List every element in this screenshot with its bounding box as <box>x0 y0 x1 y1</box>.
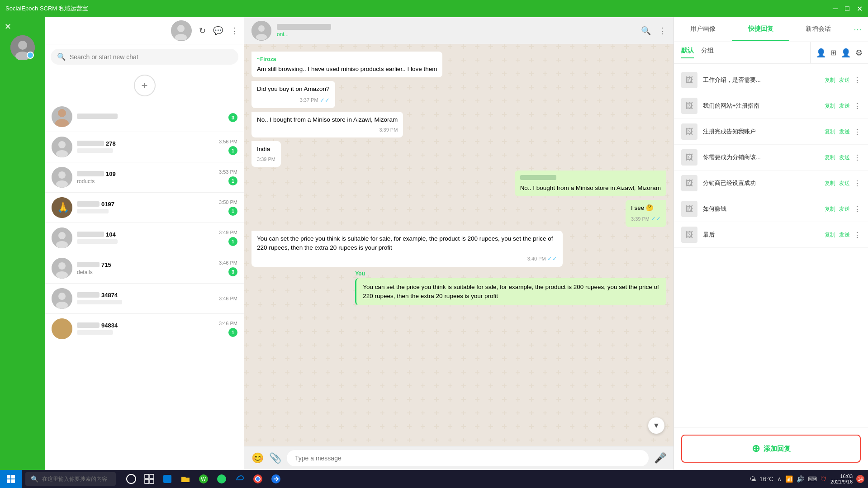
sub-tab-group[interactable]: 分组 <box>701 47 714 58</box>
taskbar-search[interactable]: 🔍 <box>25 472 116 486</box>
qr-more-icon[interactable]: ⋮ <box>854 231 861 239</box>
scroll-down-button[interactable]: ▼ <box>648 417 664 434</box>
chat-preview <box>77 148 214 154</box>
copy-button[interactable]: 复制 <box>825 102 835 110</box>
send-button[interactable]: 发送 <box>839 102 850 110</box>
more-icon[interactable]: ⋮ <box>230 26 238 36</box>
copy-button[interactable]: 复制 <box>825 76 835 84</box>
start-button[interactable] <box>0 470 22 488</box>
search-input[interactable] <box>70 53 232 61</box>
send-button[interactable]: 发送 <box>839 205 850 213</box>
sidebar-close-icon[interactable]: ✕ <box>5 22 11 32</box>
chat-meta: 3:56 PM 1 <box>219 139 237 155</box>
volume-icon[interactable]: 🔊 <box>797 475 804 483</box>
taskbar-app-blue[interactable] <box>159 471 175 487</box>
network-icon[interactable]: 📶 <box>785 475 793 483</box>
quick-reply-item[interactable]: 🖼 工作介绍，是否需要... 复制 发送 ⋮ <box>674 67 868 93</box>
chat-meta: 3:50 PM 1 <box>219 199 237 216</box>
send-button[interactable]: 发送 <box>839 180 850 187</box>
more-button[interactable]: ⋮ <box>658 26 666 36</box>
send-button[interactable]: 发送 <box>839 128 850 136</box>
taskbar-app-arrow[interactable] <box>268 471 284 487</box>
list-item[interactable]: 278 3:56 PM 1 <box>45 132 244 162</box>
chat-name <box>77 114 224 119</box>
taskbar-app-chrome[interactable] <box>250 471 266 487</box>
qr-more-icon[interactable]: ⋮ <box>854 76 861 85</box>
list-item[interactable]: 94834 3:46 PM 1 <box>45 314 244 344</box>
send-button[interactable]: 发送 <box>839 154 850 161</box>
add-chat-button[interactable]: + <box>134 75 156 96</box>
chevron-up-icon[interactable]: ∧ <box>777 475 782 483</box>
person-add-icon[interactable]: 👤 <box>841 48 851 58</box>
send-button[interactable]: 发送 <box>839 76 850 84</box>
quick-reply-item[interactable]: 🖼 如何赚钱 复制 发送 ⋮ <box>674 196 868 222</box>
user-profile-icon[interactable]: 👤 <box>816 48 826 58</box>
quick-reply-item[interactable]: 🖼 分销商已经设置成功 复制 发送 ⋮ <box>674 171 868 196</box>
qr-actions: 复制 发送 ⋮ <box>825 205 861 213</box>
close-button[interactable]: ✕ <box>857 5 863 13</box>
list-item[interactable]: 🙏 0197 3:50 PM 1 <box>45 193 244 223</box>
chat-icon[interactable]: 💬 <box>213 26 223 36</box>
qr-more-icon[interactable]: ⋮ <box>854 153 861 162</box>
search-bar[interactable]: 🔍 <box>51 49 238 65</box>
avatar <box>52 106 72 127</box>
attach-icon[interactable]: 📎 <box>269 452 281 464</box>
you-message-row: You You can set the price you think is s… <box>355 270 666 306</box>
refresh-icon[interactable]: ↻ <box>199 26 206 36</box>
copy-button[interactable]: 复制 <box>825 180 835 187</box>
sub-tab-default[interactable]: 默认 <box>681 47 694 58</box>
message-input[interactable] <box>287 450 649 466</box>
send-button[interactable]: 发送 <box>839 231 850 239</box>
taskbar-search-input[interactable] <box>42 476 110 482</box>
list-item[interactable]: 104 3:49 PM 1 <box>45 223 244 253</box>
search-button[interactable]: 🔍 <box>641 26 651 36</box>
chat-meta: 3:46 PM <box>219 296 237 301</box>
quick-reply-item[interactable]: 🖼 你需要成为分销商该... 复制 发送 ⋮ <box>674 145 868 171</box>
notification-badge[interactable]: 14 <box>856 475 864 483</box>
qr-more-icon[interactable]: ⋮ <box>854 102 861 110</box>
tab-more-icon[interactable]: ⋯ <box>847 17 868 42</box>
tab-new-conversation[interactable]: 新增会话 <box>789 18 847 41</box>
copy-button[interactable]: 复制 <box>825 205 835 213</box>
quick-reply-item[interactable]: 🖼 我们的网站+注册指南 复制 发送 ⋮ <box>674 93 868 119</box>
taskbar-app-folder[interactable] <box>177 471 194 487</box>
taskbar-app-edge[interactable] <box>232 471 248 487</box>
qr-more-icon[interactable]: ⋮ <box>854 128 861 136</box>
list-item[interactable]: 3 <box>45 102 244 132</box>
message-row: No.. I bought from a Miniso store in Aiz… <box>251 112 403 137</box>
security-icon[interactable]: 🛡 <box>821 475 827 483</box>
chat-badge: 1 <box>228 237 237 246</box>
quick-reply-item[interactable]: 🖼 注册完成告知我账户 复制 发送 ⋮ <box>674 119 868 145</box>
copy-button[interactable]: 复制 <box>825 231 835 239</box>
add-reply-button[interactable]: ⊕ 添加回复 <box>681 435 861 463</box>
emoji-icon[interactable]: 😊 <box>251 452 264 464</box>
settings-icon[interactable]: ⚙ <box>855 48 863 58</box>
grid-icon[interactable]: ⊞ <box>830 48 836 57</box>
svg-point-13 <box>58 171 66 179</box>
taskbar-clock[interactable]: 16:03 2021/9/16 <box>830 474 853 484</box>
maximize-button[interactable]: □ <box>845 5 849 13</box>
tab-user-profile[interactable]: 用户画像 <box>674 18 732 41</box>
sidebar-avatar[interactable] <box>10 35 35 60</box>
qr-more-icon[interactable]: ⋮ <box>854 179 861 188</box>
taskbar-app-green[interactable] <box>213 471 230 487</box>
keyboard-icon[interactable]: ⌨ <box>808 475 817 483</box>
add-reply-section: ⊕ 添加回复 <box>674 427 868 470</box>
mic-icon[interactable]: 🎤 <box>654 452 666 464</box>
copy-button[interactable]: 复制 <box>825 154 835 161</box>
quick-reply-item[interactable]: 🖼 最后 复制 发送 ⋮ <box>674 222 868 248</box>
copy-button[interactable]: 复制 <box>825 128 835 136</box>
taskbar-app-wechat[interactable]: W <box>195 471 212 487</box>
qr-text: 如何赚钱 <box>703 205 819 213</box>
list-item[interactable]: 109 roducts 3:53 PM 1 <box>45 162 244 193</box>
taskbar-app-squares[interactable] <box>141 471 157 487</box>
taskbar-app-circle[interactable] <box>123 471 139 487</box>
qr-more-icon[interactable]: ⋮ <box>854 205 861 213</box>
minimize-button[interactable]: ─ <box>833 5 838 13</box>
list-item[interactable]: 34874 3:46 PM <box>45 284 244 314</box>
svg-point-29 <box>256 34 267 40</box>
list-item[interactable]: 715 details 3:46 PM 3 <box>45 253 244 284</box>
tab-quick-replies[interactable]: 快捷回复 <box>732 18 790 41</box>
chat-name: 34874 <box>77 292 214 298</box>
svg-point-26 <box>52 318 72 339</box>
